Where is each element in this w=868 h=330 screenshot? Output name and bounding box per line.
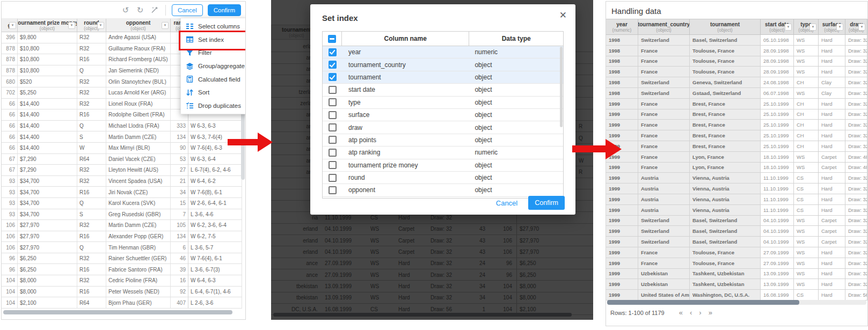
table-cell[interactable]: 16: [171, 275, 188, 287]
horizontal-scrollbar[interactable]: [3, 310, 232, 314]
table-cell[interactable]: Draw: 32: [845, 279, 867, 290]
checkbox-unchecked[interactable]: [329, 123, 337, 131]
menu-item-sort[interactable]: Sort: [181, 86, 246, 99]
column-option-row[interactable]: drawobject: [323, 121, 563, 134]
table-cell[interactable]: R64: [77, 297, 106, 309]
menu-item-filter[interactable]: Filter: [181, 46, 246, 60]
table-cell[interactable]: Uzbekistan: [638, 269, 690, 280]
table-cell[interactable]: Hard: [819, 173, 845, 184]
column-header[interactable]: draw(object)▼: [845, 19, 867, 35]
table-cell[interactable]: 25.10.1999: [761, 130, 794, 141]
table-cell[interactable]: 1999: [606, 109, 638, 120]
table-cell[interactable]: $34,700: [18, 209, 77, 221]
table-cell[interactable]: Peter Wessels (NED): [106, 287, 171, 298]
table-cell[interactable]: $27,970: [18, 242, 77, 253]
table-cell[interactable]: Michael Llodra (FRA): [106, 121, 171, 132]
table-cell[interactable]: 1999: [606, 163, 638, 173]
column-header[interactable]: g▼: [2, 19, 18, 32]
table-cell[interactable]: Guillaume Raoux (FRA): [106, 43, 171, 55]
table-cell[interactable]: 28.09.1998: [761, 46, 794, 56]
table-cell[interactable]: Hard: [819, 56, 845, 67]
filter-icon[interactable]: ▼: [858, 24, 865, 31]
table-cell[interactable]: WS: [794, 247, 819, 258]
table-cell[interactable]: 106: [2, 231, 18, 243]
table-cell[interactable]: L 2-6, 3-6: [188, 297, 242, 309]
table-cell[interactable]: 1999: [606, 184, 638, 194]
table-cell[interactable]: WS: [794, 226, 819, 237]
column-option-row[interactable]: typeobject: [323, 97, 563, 109]
table-cell[interactable]: 66: [2, 109, 18, 121]
table-cell[interactable]: Draw: 56: [845, 290, 867, 300]
table-cell[interactable]: Martin Damm (CZE): [106, 220, 171, 231]
table-cell[interactable]: R32: [77, 87, 106, 99]
table-cell[interactable]: Draw: 32: [845, 258, 867, 269]
table-cell[interactable]: CH: [794, 120, 819, 130]
table-cell[interactable]: Austria: [638, 205, 690, 216]
checkbox-unchecked[interactable]: [329, 149, 337, 157]
table-cell[interactable]: 04.10.1999: [761, 226, 794, 237]
table-cell[interactable]: 1999: [606, 279, 638, 290]
table-cell[interactable]: Daniel Vacek (CZE): [106, 154, 171, 165]
table-cell[interactable]: United States of America: [638, 290, 690, 300]
table-cell[interactable]: Hard: [819, 194, 845, 205]
table-cell[interactable]: 27: [171, 165, 188, 176]
column-option-row[interactable]: surfaceobject: [323, 109, 563, 121]
table-cell[interactable]: 333: [171, 121, 188, 132]
table-cell[interactable]: Draw: 32: [845, 88, 867, 99]
table-cell[interactable]: WS: [794, 237, 819, 247]
table-cell[interactable]: Rainer Schuettler (GER): [106, 253, 171, 265]
table-cell[interactable]: France: [638, 247, 690, 258]
table-cell[interactable]: $7,290: [18, 154, 77, 165]
table-cell[interactable]: Carpet: [819, 152, 845, 163]
table-cell[interactable]: Switzerland: [638, 88, 690, 99]
menu-item-select-columns[interactable]: Select columns: [181, 20, 246, 33]
table-cell[interactable]: WS: [794, 152, 819, 163]
table-cell[interactable]: R16: [77, 231, 106, 243]
cancel-button[interactable]: Cancel: [493, 199, 521, 208]
table-cell[interactable]: 96: [2, 264, 18, 275]
table-cell[interactable]: 878: [2, 54, 18, 65]
table-cell[interactable]: 18.10.1999: [761, 163, 794, 173]
table-cell[interactable]: France: [638, 120, 690, 130]
first-page-icon[interactable]: «: [678, 309, 684, 317]
table-cell[interactable]: $34,700: [18, 198, 77, 209]
table-cell[interactable]: 6: [171, 242, 188, 253]
table-cell[interactable]: 1999: [606, 269, 638, 280]
column-option-row[interactable]: yearnumeric: [323, 46, 563, 58]
table-cell[interactable]: 1999: [606, 120, 638, 130]
table-cell[interactable]: Draw: 32: [845, 120, 867, 130]
table-cell[interactable]: R32: [77, 275, 106, 287]
table-cell[interactable]: $6,250: [18, 264, 77, 275]
checkbox-unchecked[interactable]: [329, 161, 337, 169]
table-cell[interactable]: Hard: [819, 279, 845, 290]
column-option-row[interactable]: atp rankingnumeric: [323, 146, 563, 159]
table-cell[interactable]: 11.10.1999: [761, 205, 794, 216]
table-cell[interactable]: Orlin Stanoytchev (BUL): [106, 76, 171, 87]
table-cell[interactable]: 878: [2, 43, 18, 55]
table-cell[interactable]: R32: [77, 165, 106, 176]
table-cell[interactable]: 106: [2, 220, 18, 231]
table-cell[interactable]: 27.09.1999: [761, 258, 794, 269]
table-cell[interactable]: Karol Kucera (SVK): [106, 198, 171, 209]
table-cell[interactable]: W 7-6(4), 6-1: [188, 253, 242, 265]
table-cell[interactable]: France: [638, 258, 690, 269]
table-cell[interactable]: 93: [2, 198, 18, 209]
table-cell[interactable]: L 6-7(4), 6-2, 4-6: [188, 165, 242, 176]
table-cell[interactable]: 1998: [606, 67, 638, 77]
table-cell[interactable]: France: [638, 141, 690, 152]
table-cell[interactable]: France: [638, 163, 690, 173]
table-cell[interactable]: W 6-2, 7-5: [188, 231, 242, 243]
table-cell[interactable]: Switzerland: [638, 216, 690, 226]
table-cell[interactable]: Hard: [819, 109, 845, 120]
table-cell[interactable]: Lucas Arnold Ker (ARG): [106, 87, 171, 99]
table-cell[interactable]: $14,400: [18, 143, 77, 154]
table-cell[interactable]: $10,800: [18, 65, 77, 77]
table-cell[interactable]: 104: [2, 275, 18, 287]
table-cell[interactable]: Lyon, France: [690, 152, 761, 163]
table-cell[interactable]: Greg Rusedski (GBR): [106, 209, 171, 221]
table-cell[interactable]: 93: [2, 209, 18, 221]
table-cell[interactable]: 93: [2, 176, 18, 187]
table-cell[interactable]: S: [77, 131, 106, 143]
table-cell[interactable]: R16: [77, 264, 106, 275]
table-cell[interactable]: France: [638, 99, 690, 109]
